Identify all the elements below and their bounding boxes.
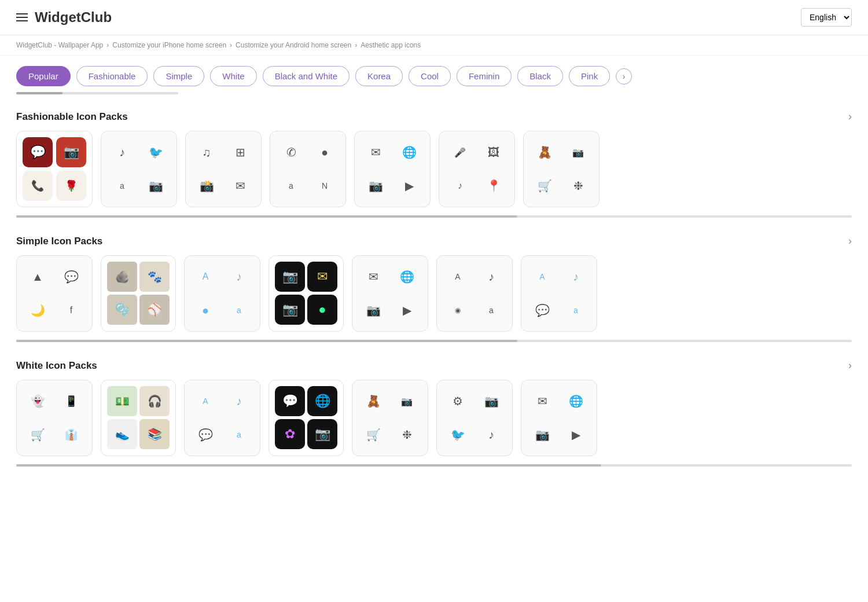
- pack-card[interactable]: A ♪ 💬 a: [521, 255, 597, 332]
- pack-card[interactable]: ♪ 🐦 a 📷: [101, 131, 177, 207]
- pack-icon: ✿: [275, 419, 305, 449]
- pack-card[interactable]: 🪨 🐾 🫧 ⚾: [101, 255, 176, 332]
- tabs-scrollbar-thumb: [16, 92, 62, 94]
- pack-icon: 📷: [275, 295, 305, 325]
- pack-icon: 👔: [56, 420, 86, 450]
- pack-icon: ⊞: [225, 137, 255, 167]
- pack-icon: a: [276, 171, 306, 201]
- pack-icon: 📍: [479, 171, 509, 201]
- pack-icon: 🌙: [23, 295, 53, 325]
- pack-icon: ♪: [224, 386, 254, 416]
- pack-card[interactable]: ♫ ⊞ 📸 ✉: [185, 131, 262, 207]
- pack-card[interactable]: ▲ 💬 🌙 f: [16, 255, 93, 332]
- pack-card[interactable]: ⚙ 📷 🐦 ♪: [436, 380, 513, 456]
- pack-icon: 📸: [192, 171, 222, 201]
- pack-icon: 📷: [275, 262, 305, 292]
- pack-icon: 🧸: [529, 137, 560, 167]
- pack-icon: 📷: [527, 420, 557, 450]
- pack-card[interactable]: 🎤 🖼 ♪ 📍: [439, 131, 515, 207]
- simple-section-arrow[interactable]: ›: [848, 235, 852, 247]
- tabs-more-button[interactable]: ›: [616, 68, 632, 85]
- breadcrumb: WidgetClub - Wallpaper App › Customize y…: [0, 35, 868, 56]
- pack-icon: ❉: [392, 420, 422, 450]
- language-select[interactable]: English 日本語 한국어: [801, 8, 852, 27]
- pack-card[interactable]: ✉ 🌐 📷 ▶: [521, 380, 597, 456]
- pack-icon: 📚: [139, 419, 170, 449]
- pack-card[interactable]: 🧸 📷 🛒 ❉: [523, 131, 599, 207]
- pack-icon: 👻: [23, 386, 53, 416]
- pack-icon: ❉: [563, 171, 593, 201]
- simple-packs-row: ▲ 💬 🌙 f 🪨 🐾 🫧 ⚾ A ♪ ● a 📷 ✉ 📷 ● ✉: [16, 255, 852, 335]
- pack-card[interactable]: A ♪ ◉ a: [436, 255, 513, 332]
- pack-icon: 🌐: [392, 262, 422, 292]
- pack-icon: 🧸: [358, 386, 388, 416]
- pack-icon: ▶: [561, 420, 591, 450]
- breadcrumb-item-3[interactable]: Customize your Android home screen: [236, 41, 351, 49]
- white-section-header: White Icon Packs ›: [16, 359, 852, 372]
- fashionable-packs-row: 💬 📷 📞 🌹 ♪ 🐦 a 📷 ♫ ⊞ 📸 ✉ ✆ ● a N ✉: [16, 131, 852, 211]
- pack-icon: N: [310, 171, 340, 201]
- pack-icon: ✉: [358, 262, 388, 292]
- pack-card[interactable]: ✉ 🌐 📷 ▶: [354, 131, 431, 207]
- pack-icon: 🌐: [307, 386, 337, 416]
- pack-icon: f: [56, 295, 86, 325]
- simple-section-title: Simple Icon Packs: [16, 236, 102, 247]
- breadcrumb-item-2[interactable]: Customize your iPhone home screen: [112, 41, 226, 49]
- pack-card[interactable]: ✆ ● a N: [270, 131, 346, 207]
- pack-icon: 📷: [358, 295, 388, 325]
- pack-icon: 🌐: [394, 137, 424, 167]
- pack-icon: 🐦: [443, 420, 473, 450]
- pack-icon: ✉: [307, 262, 337, 292]
- pack-card[interactable]: ✉ 🌐 📷 ▶: [352, 255, 428, 332]
- white-scroll-indicator: [16, 464, 852, 467]
- pack-icon: ✆: [276, 137, 306, 167]
- pack-icon: ▶: [394, 171, 424, 201]
- pack-card[interactable]: 📷 ✉ 📷 ●: [269, 255, 344, 332]
- pack-card[interactable]: A ♪ ● a: [184, 255, 260, 332]
- tab-simple[interactable]: Simple: [153, 66, 204, 86]
- pack-icon: ♪: [561, 262, 591, 292]
- pack-icon: ▶: [392, 295, 422, 325]
- tab-pink[interactable]: Pink: [569, 66, 610, 86]
- pack-card[interactable]: 🧸 📷 🛒 ❉: [352, 380, 428, 456]
- pack-icon: 💬: [275, 386, 305, 416]
- simple-scroll-thumb: [16, 340, 517, 342]
- pack-icon: a: [224, 295, 254, 325]
- pack-icon: ▲: [23, 262, 53, 292]
- tab-fashionable[interactable]: Fashionable: [76, 66, 148, 86]
- tab-korea[interactable]: Korea: [355, 66, 403, 86]
- pack-icon: 📷: [141, 171, 171, 201]
- tab-cool[interactable]: Cool: [409, 66, 451, 86]
- tab-popular[interactable]: Popular: [16, 66, 71, 86]
- simple-scroll-indicator: [16, 340, 852, 342]
- fashionable-section-arrow[interactable]: ›: [848, 111, 852, 123]
- pack-icon: 👟: [107, 419, 137, 449]
- hamburger-menu[interactable]: [16, 13, 28, 21]
- pack-icon: 🎧: [139, 386, 170, 416]
- simple-section-header: Simple Icon Packs ›: [16, 235, 852, 247]
- pack-icon: ♪: [476, 420, 506, 450]
- tab-black-and-white[interactable]: Black and White: [263, 66, 350, 86]
- simple-section: Simple Icon Packs › ▲ 💬 🌙 f 🪨 🐾 🫧 ⚾ A ♪ …: [0, 223, 868, 348]
- breadcrumb-item-1[interactable]: WidgetClub - Wallpaper App: [16, 41, 103, 49]
- tab-feminin[interactable]: Feminin: [457, 66, 512, 86]
- pack-card[interactable]: A ♪ 💬 a: [184, 380, 260, 456]
- white-section-arrow[interactable]: ›: [848, 359, 852, 372]
- pack-icon: 💬: [190, 420, 220, 450]
- pack-card[interactable]: 💵 🎧 👟 📚: [101, 380, 176, 456]
- pack-card[interactable]: 💬 📷 📞 🌹: [16, 131, 93, 207]
- fashionable-section: Fashionable Icon Packs › 💬 📷 📞 🌹 ♪ 🐦 a 📷…: [0, 99, 868, 223]
- pack-card[interactable]: 💬 🌐 ✿ 📷: [269, 380, 344, 456]
- pack-icon: ♪: [445, 171, 475, 201]
- pack-icon: 📞: [23, 171, 53, 201]
- white-section: White Icon Packs › 👻 📱 🛒 👔 💵 🎧 👟 📚 A ♪ 💬…: [0, 348, 868, 472]
- pack-icon: ♪: [107, 137, 137, 167]
- fashionable-section-header: Fashionable Icon Packs ›: [16, 111, 852, 123]
- tab-black[interactable]: Black: [517, 66, 563, 86]
- pack-card[interactable]: 👻 📱 🛒 👔: [16, 380, 93, 456]
- pack-icon: A: [527, 262, 557, 292]
- pack-icon: ✉: [225, 171, 255, 201]
- pack-icon: ✉: [361, 137, 391, 167]
- pack-icon: 🌐: [561, 386, 591, 416]
- tab-white[interactable]: White: [210, 66, 256, 86]
